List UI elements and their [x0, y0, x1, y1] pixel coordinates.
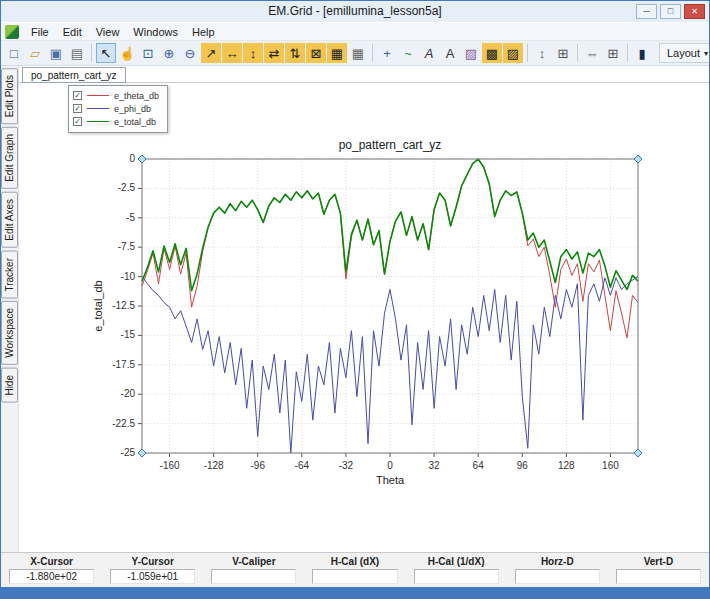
axes-style-icon[interactable]: ▦	[327, 43, 347, 63]
sidebar-tab-workspace[interactable]: Workspace	[1, 301, 18, 365]
x-axis-label: Theta	[376, 474, 405, 486]
insert-image-icon[interactable]: ▨	[461, 43, 481, 63]
series-line-e_theta_db	[142, 159, 638, 338]
y-axis-label: e_total_db	[92, 280, 104, 331]
legend-checkbox-e-theta-db[interactable]: ✓	[73, 91, 82, 100]
x-tick-label: -128	[204, 460, 224, 471]
sidebar-tab-edit-graph[interactable]: Edit Graph	[1, 127, 18, 189]
menu-bar: FileEditViewWindowsHelp	[1, 23, 709, 41]
open-folder-icon[interactable]: ▱	[25, 43, 45, 63]
y-tick-label: -20	[121, 388, 136, 399]
legend-label: e_total_db	[114, 117, 156, 127]
new-file-icon[interactable]: □	[4, 43, 24, 63]
y-tick-label: -5	[126, 212, 135, 223]
toolbar-separator	[372, 44, 373, 62]
layout-swatch-icon[interactable]: ▮	[632, 43, 652, 63]
autoscale-icon[interactable]: ⊠	[306, 43, 326, 63]
vertical-span-icon[interactable]: ↕	[532, 43, 552, 63]
status-label: Y-Cursor	[102, 553, 203, 569]
expand-vertical-icon[interactable]: ↕	[243, 43, 263, 63]
fill-pattern-icon[interactable]: ▩	[482, 43, 502, 63]
close-button[interactable]: ✕	[684, 4, 705, 19]
legend-label: e_phi_db	[114, 104, 151, 114]
x-tick-label: -32	[339, 460, 354, 471]
sidebar-tabs: Edit PlotsEdit GraphEdit AxesTrackerWork…	[1, 66, 18, 552]
status-value	[414, 569, 499, 584]
x-tick-label: 0	[387, 460, 393, 471]
y-tick-label: 0	[129, 153, 135, 164]
legend-panel[interactable]: ✓e_theta_db✓e_phi_db✓e_total_db	[68, 85, 168, 133]
chevron-down-icon: ▾	[704, 49, 708, 58]
scroll-vertical-icon[interactable]: ⇅	[285, 43, 305, 63]
selection-handle[interactable]	[138, 155, 146, 163]
status-column-x-cursor: X-Cursor-1.880e+02	[1, 553, 102, 587]
status-value	[616, 569, 701, 584]
sidebar-tab-edit-plots[interactable]: Edit Plots	[1, 68, 18, 124]
add-text-icon[interactable]: A	[440, 43, 460, 63]
status-value	[211, 569, 296, 584]
chart-title: po_pattern_cart_yz	[339, 138, 442, 152]
horizontal-span-icon[interactable]: ⇔	[582, 43, 602, 63]
y-tick-label: -25	[121, 447, 136, 458]
status-column-vert-d: Vert-D	[608, 553, 709, 587]
add-marker-icon[interactable]: +	[377, 43, 397, 63]
legend-checkbox-e-total-db[interactable]: ✓	[73, 117, 82, 126]
pan-tool-icon[interactable]: ☝	[117, 43, 137, 63]
select-tool-icon[interactable]: ↖	[96, 43, 116, 63]
status-value	[312, 569, 397, 584]
data-table-icon[interactable]: ▦	[348, 43, 368, 63]
x-tick-label: 160	[602, 460, 619, 471]
menu-view[interactable]: View	[89, 25, 127, 39]
status-label: V-Caliper	[203, 553, 304, 569]
selection-handle[interactable]	[634, 449, 642, 457]
zoom-out-icon[interactable]: ⊖	[180, 43, 200, 63]
expand-horizontal-icon[interactable]: ↔	[222, 43, 242, 63]
menu-help[interactable]: Help	[185, 25, 222, 39]
y-tick-label: -12.5	[112, 300, 135, 311]
legend-line-sample	[87, 108, 109, 109]
legend-item-e-total-db: ✓e_total_db	[73, 115, 159, 128]
legend-label: e_theta_db	[114, 91, 159, 101]
layout-dropdown-label: Layout	[667, 47, 700, 59]
vertical-add-icon[interactable]: ⊞	[553, 43, 573, 63]
toolbar: □▱▣▤↖☝⊡⊕⊖↗↔↕⇄⇅⊠▦▦+~AA▨▩▨↕⊞⇔⊞▮Layout▾	[1, 41, 709, 66]
layout-dropdown-button[interactable]: Layout▾	[659, 43, 710, 63]
hatch-pattern-icon[interactable]: ▨	[503, 43, 523, 63]
status-label: Vert-D	[608, 553, 709, 569]
status-label: H-Cal (1/dX)	[406, 553, 507, 569]
sidebar-tab-tracker[interactable]: Tracker	[1, 251, 18, 299]
fit-extents-icon[interactable]: ↗	[201, 43, 221, 63]
add-text-italic-icon[interactable]: A	[419, 43, 439, 63]
status-value: -1.880e+02	[9, 569, 94, 584]
y-tick-label: -22.5	[112, 418, 135, 429]
scroll-horizontal-icon[interactable]: ⇄	[264, 43, 284, 63]
x-tick-label: -64	[295, 460, 310, 471]
title-bar[interactable]: EM.Grid - [emillumina_lesson5a] ─ □ ✕	[1, 1, 709, 22]
menu-edit[interactable]: Edit	[56, 25, 89, 39]
app-logo-icon	[5, 25, 19, 39]
x-tick-label: 32	[429, 460, 441, 471]
status-column-y-cursor: Y-Cursor-1.059e+01	[102, 553, 203, 587]
chart-canvas[interactable]: -160-128-96-64-3203264961281600-2.5-5-7.…	[19, 83, 710, 552]
sidebar-tab-hide[interactable]: Hide	[1, 368, 18, 403]
legend-line-sample	[87, 121, 109, 122]
legend-checkbox-e-phi-db[interactable]: ✓	[73, 104, 82, 113]
legend-item-e-phi-db: ✓e_phi_db	[73, 102, 159, 115]
save-icon[interactable]: ▣	[46, 43, 66, 63]
maximize-button[interactable]: □	[660, 4, 681, 19]
edit-curve-icon[interactable]: ~	[398, 43, 418, 63]
minimize-button[interactable]: ─	[636, 4, 657, 19]
status-label: X-Cursor	[1, 553, 102, 569]
sidebar-tab-edit-axes[interactable]: Edit Axes	[1, 192, 18, 248]
menu-windows[interactable]: Windows	[126, 25, 185, 39]
selection-handle[interactable]	[634, 155, 642, 163]
plot-tab[interactable]: po_pattern_cart_yz	[22, 67, 126, 83]
menu-file[interactable]: File	[24, 25, 56, 39]
zoom-in-icon[interactable]: ⊕	[159, 43, 179, 63]
selection-handle[interactable]	[138, 449, 146, 457]
horizontal-add-icon[interactable]: ⊞	[603, 43, 623, 63]
app-window: EM.Grid - [emillumina_lesson5a] ─ □ ✕ Fi…	[0, 0, 710, 599]
zoom-window-icon[interactable]: ⊡	[138, 43, 158, 63]
print-icon[interactable]: ▤	[67, 43, 87, 63]
status-label: Horz-D	[507, 553, 608, 569]
